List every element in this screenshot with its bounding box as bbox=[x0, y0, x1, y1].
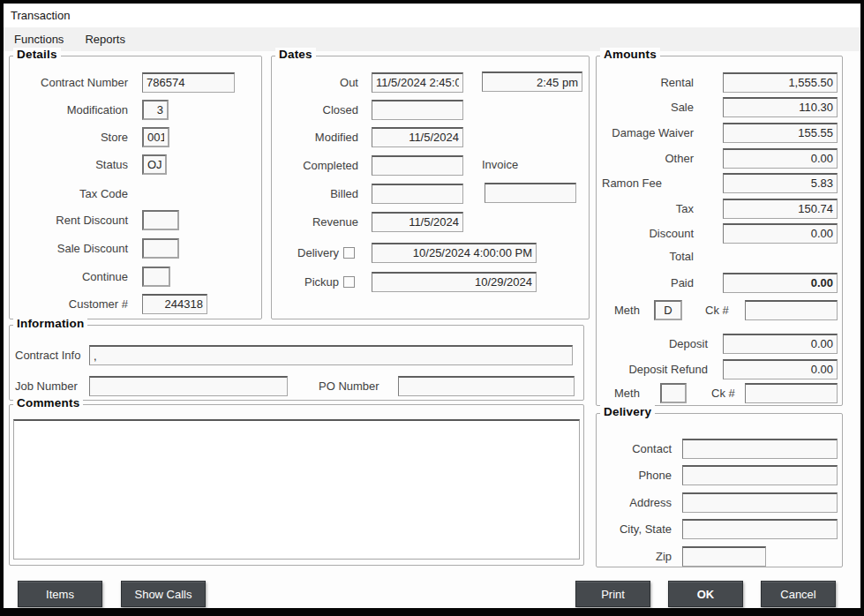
customer-number-label: Customer # bbox=[15, 297, 128, 311]
comments-group: Comments bbox=[9, 404, 584, 566]
job-number-field[interactable] bbox=[89, 376, 288, 396]
rent-discount-field[interactable] bbox=[142, 210, 179, 230]
delivery-date-field[interactable] bbox=[372, 243, 537, 263]
dates-group-title: Dates bbox=[275, 48, 316, 61]
cancel-button[interactable]: Cancel bbox=[761, 581, 836, 607]
modification-label: Modification bbox=[15, 103, 128, 116]
deposit-field[interactable] bbox=[723, 334, 838, 354]
contract-number-row: Contract Number bbox=[15, 71, 256, 93]
contract-info-row: Contract Info bbox=[15, 345, 578, 366]
status-field[interactable] bbox=[142, 154, 167, 175]
ramon-fee-label: Ramon Fee bbox=[602, 177, 694, 190]
po-number-field[interactable] bbox=[398, 376, 575, 396]
paid-check-number-field[interactable] bbox=[745, 300, 838, 320]
delivery-city-state-field[interactable] bbox=[682, 519, 838, 539]
status-label: Status bbox=[15, 158, 128, 171]
pickup-date-field[interactable] bbox=[372, 272, 537, 292]
store-row: Store bbox=[15, 126, 256, 147]
deposit-method-label: Meth bbox=[614, 383, 640, 404]
sale-discount-field[interactable] bbox=[142, 238, 179, 259]
ramon-fee-field[interactable] bbox=[723, 173, 838, 193]
dates-group: Dates Out Closed Modified Completed Invo… bbox=[271, 56, 590, 319]
contract-number-field[interactable] bbox=[142, 72, 235, 93]
billed-date-field[interactable] bbox=[372, 184, 463, 204]
delivery-date-checkbox[interactable] bbox=[343, 247, 355, 259]
customer-number-field[interactable] bbox=[142, 294, 207, 314]
contract-info-field[interactable] bbox=[89, 345, 573, 365]
delivery-date-label: Delivery bbox=[277, 246, 339, 259]
delivery-contact-field[interactable] bbox=[682, 439, 838, 459]
deposit-label: Deposit bbox=[602, 337, 708, 350]
closed-date-field[interactable] bbox=[372, 100, 463, 120]
revenue-date-row: Revenue bbox=[277, 211, 583, 232]
delivery-group: Delivery Contact Phone Address City, Sta… bbox=[596, 413, 843, 567]
store-field[interactable] bbox=[142, 127, 169, 147]
continue-field[interactable] bbox=[142, 267, 170, 287]
discount-field[interactable] bbox=[723, 223, 838, 244]
other-field[interactable] bbox=[723, 148, 838, 169]
revenue-date-label: Revenue bbox=[277, 215, 358, 229]
ramon-fee-row: Ramon Fee bbox=[602, 172, 837, 193]
billed-date-label: Billed bbox=[277, 187, 358, 200]
modified-date-field[interactable] bbox=[372, 127, 463, 147]
menu-bar: Functions Reports bbox=[4, 27, 860, 51]
delivery-contact-label: Contact bbox=[602, 442, 672, 455]
pickup-date-checkbox[interactable] bbox=[343, 276, 355, 288]
out-date-label: Out bbox=[277, 76, 358, 89]
paid-method-field[interactable] bbox=[654, 300, 682, 320]
ok-button[interactable]: OK bbox=[668, 581, 743, 607]
details-group: Details Contract Number Modification Sto… bbox=[9, 56, 262, 319]
contract-info-label: Contract Info bbox=[15, 345, 80, 366]
delivery-address-row: Address bbox=[602, 492, 837, 513]
out-date-field[interactable] bbox=[372, 72, 463, 93]
delivery-zip-field[interactable] bbox=[682, 546, 766, 567]
delivery-date-row: Delivery bbox=[277, 242, 583, 263]
modified-date-row: Modified bbox=[277, 126, 583, 147]
invoice-field[interactable] bbox=[485, 183, 576, 203]
sale-discount-label: Sale Discount bbox=[15, 242, 128, 255]
deposit-refund-field[interactable] bbox=[723, 359, 838, 379]
completed-date-field[interactable] bbox=[372, 155, 463, 176]
window-title: Transaction bbox=[11, 9, 70, 22]
sale-row: Sale bbox=[602, 96, 837, 117]
out-time-field[interactable] bbox=[482, 71, 582, 92]
print-button[interactable]: Print bbox=[575, 581, 650, 607]
closed-date-row: Closed bbox=[277, 99, 583, 120]
delivery-address-field[interactable] bbox=[682, 492, 838, 513]
rental-field[interactable] bbox=[723, 72, 838, 93]
modification-field[interactable] bbox=[142, 100, 169, 120]
rent-discount-row: Rent Discount bbox=[15, 209, 256, 230]
delivery-contact-row: Contact bbox=[602, 438, 837, 459]
job-number-row: Job Number PO Number bbox=[15, 376, 578, 397]
damage-waiver-field[interactable] bbox=[723, 123, 838, 143]
show-calls-button[interactable]: Show Calls bbox=[121, 581, 206, 607]
revenue-date-field[interactable] bbox=[372, 212, 463, 232]
comments-textarea[interactable] bbox=[13, 419, 580, 560]
information-group-title: Information bbox=[13, 317, 87, 330]
amounts-group: Amounts Rental Sale Damage Waiver Other … bbox=[596, 56, 843, 406]
continue-label: Continue bbox=[15, 270, 128, 283]
completed-date-label: Completed bbox=[277, 159, 358, 172]
menu-reports[interactable]: Reports bbox=[74, 29, 136, 49]
delivery-city-state-label: City, State bbox=[602, 522, 672, 536]
modification-row: Modification bbox=[15, 99, 256, 120]
amounts-group-title: Amounts bbox=[600, 48, 660, 61]
tax-field[interactable] bbox=[723, 199, 838, 219]
store-label: Store bbox=[15, 131, 128, 144]
menu-functions[interactable]: Functions bbox=[4, 29, 74, 49]
continue-row: Continue bbox=[15, 266, 256, 287]
other-row: Other bbox=[602, 147, 837, 169]
deposit-check-number-field[interactable] bbox=[745, 383, 838, 403]
delivery-address-label: Address bbox=[602, 496, 672, 509]
items-button[interactable]: Items bbox=[18, 581, 102, 607]
job-number-label: Job Number bbox=[15, 376, 78, 397]
deposit-row: Deposit bbox=[602, 333, 837, 354]
deposit-method-field[interactable] bbox=[660, 383, 687, 403]
pickup-date-label: Pickup bbox=[277, 275, 339, 289]
paid-field[interactable] bbox=[723, 273, 838, 293]
discount-label: Discount bbox=[602, 227, 694, 240]
closed-date-label: Closed bbox=[277, 103, 358, 116]
delivery-phone-field[interactable] bbox=[682, 465, 838, 485]
other-label: Other bbox=[602, 152, 694, 165]
sale-field[interactable] bbox=[723, 97, 838, 117]
